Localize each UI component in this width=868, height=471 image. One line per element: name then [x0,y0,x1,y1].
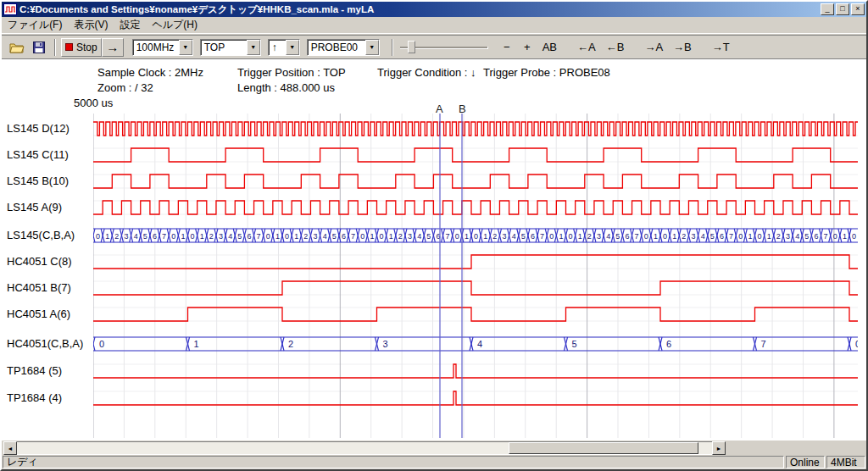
bus-value: 4 [228,232,232,241]
bus-value: 1 [578,232,582,241]
bus-value: 5 [332,232,337,241]
scrollbar-track[interactable] [17,441,712,455]
channel-label[interactable]: LS145 B(10) [7,175,69,188]
bus-value: 2 [114,232,119,241]
channel-label[interactable]: HC4051(C,B,A) [7,337,83,351]
signal-trace [93,255,858,269]
waveform-plot[interactable]: 0123456701012345670101234567010123456701… [93,114,858,438]
bus-value: 1 [181,232,185,241]
channel-label[interactable]: HC4051 B(7) [7,281,71,295]
goto-trigger-button[interactable]: →T [707,38,735,57]
chevron-down-icon[interactable]: ▼ [365,40,379,55]
sample-clock-select[interactable]: 100MHz ▼ [132,39,193,56]
trigger-condition-info: Trigger Condition : ↓ [377,66,476,79]
bus-value: 4 [417,232,421,241]
goto-marker-a-button[interactable]: ←A [572,38,601,57]
bus-value: 0 [549,232,554,241]
bus-value: 5 [615,232,620,241]
bus-value: 6 [814,232,818,241]
bus-value: 0 [191,232,195,241]
status-online-badge: Online [786,456,825,468]
menubar: ファイル(F) 表示(V) 設定 ヘルプ(H) [2,17,866,34]
bus-value: 2 [303,232,308,241]
scroll-left-icon[interactable]: ◄ [3,441,17,455]
signal-trace [93,201,858,214]
bus-value: 0 [738,232,743,241]
open-button[interactable] [5,38,29,57]
horizontal-scrollbar[interactable]: ◄ ► [3,441,726,455]
bus-value: 4 [795,232,799,241]
bus-value: 1 [843,232,847,241]
stop-icon [65,43,73,51]
zoom-slider[interactable] [400,39,488,56]
toolbar-separator [392,39,393,56]
bus-value: 3 [408,232,412,241]
fit-ab-button[interactable]: AB [537,38,562,57]
channel-label[interactable]: HC4051 A(6) [7,308,70,321]
bus-value: 0 [455,232,459,241]
channel-label[interactable]: HC4051 C(8) [7,255,72,269]
trigger-probe-select[interactable]: PROBE00 ▼ [307,39,380,56]
bus-value: 1 [748,232,752,241]
chevron-down-icon[interactable]: ▼ [179,40,192,55]
channel-label[interactable]: TP1684 (4) [7,391,62,405]
bus-value: 1 [672,232,676,241]
bus-value: 3 [125,232,129,241]
bus-value: 7 [635,232,639,241]
menu-file[interactable]: ファイル(F) [2,16,68,34]
chevron-down-icon[interactable]: ▼ [247,40,260,55]
channel-label[interactable]: TP1684 (5) [7,364,62,378]
toolbar: Stop → 100MHz ▼ TOP ▼ ↑ ▼ PROBE00 ▼ − + … [2,35,866,59]
menu-view[interactable]: 表示(V) [68,16,114,34]
menu-help[interactable]: ヘルプ(H) [146,16,203,34]
bus-value: 6 [666,339,671,349]
timebase-label: 5000 us [74,97,113,109]
set-marker-a-button[interactable]: →A [639,38,668,57]
close-button[interactable]: × [851,3,865,15]
bus-value: 6 [247,232,251,241]
set-marker-b-button[interactable]: →B [668,38,697,57]
bus-value: 0 [266,232,270,241]
bus-value: 1 [275,232,280,241]
trigger-edge-select[interactable]: ↑ ▼ [268,39,300,56]
run-button[interactable]: → [102,38,124,57]
chevron-down-icon[interactable]: ▼ [286,40,299,55]
stop-button[interactable]: Stop [61,38,102,57]
channel-label[interactable]: LS145(C,B,A) [7,229,75,242]
signal-trace [93,308,858,321]
signal-trace [93,364,858,378]
bus-value: 0 [833,232,837,241]
bus-value: 7 [824,232,828,241]
bus-value: 1 [465,232,469,241]
maximize-button[interactable]: □ [836,3,849,15]
zoom-slider-thumb[interactable] [408,41,415,53]
bus-value: 6 [342,232,346,241]
bus-value: 2 [288,339,293,349]
sample-clock-info: Sample Clock : 2MHz [97,66,203,79]
menu-settings[interactable]: 設定 [114,16,146,34]
signal-trace [93,175,858,188]
bus-value: 3 [383,339,388,349]
bus-value: 5 [237,232,242,241]
save-button[interactable] [29,38,49,57]
scrollbar-thumb[interactable] [509,442,698,454]
bus-value: 6 [720,232,724,241]
channel-label[interactable]: LS145 D(12) [7,122,70,136]
bus-value: 4 [477,339,482,349]
bus-value: 0 [171,232,175,241]
channel-label[interactable]: LS145 C(11) [7,148,69,162]
zoom-out-button[interactable]: − [497,38,517,57]
scroll-right-icon[interactable]: ► [712,441,726,455]
bus-value: 2 [776,232,781,241]
titlebar: C:¥Documents and Settings¥noname¥デスクトップ¥… [2,2,866,17]
signal-trace [93,391,858,405]
goto-marker-b-button[interactable]: ←B [601,38,630,57]
bus-value: 3 [597,232,601,241]
bus-value: 1 [654,232,658,241]
zoom-in-button[interactable]: + [517,38,537,57]
length-info: Length : 488.000 us [237,81,335,94]
minimize-button[interactable]: _ [821,3,834,15]
channel-label[interactable]: LS145 A(9) [7,201,62,214]
bus-value: 0 [380,232,384,241]
trigger-position-select[interactable]: TOP ▼ [200,39,261,56]
